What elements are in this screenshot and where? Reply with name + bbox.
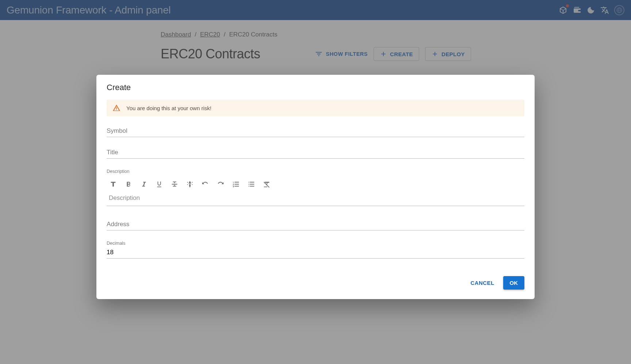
rte-clear-format-icon[interactable] xyxy=(262,180,271,189)
title-input[interactable] xyxy=(107,147,524,159)
description-field: Description Description xyxy=(107,169,524,206)
create-dialog: Create You are doing this at your own ri… xyxy=(96,75,535,299)
ok-button[interactable]: OK xyxy=(503,276,525,290)
address-field xyxy=(107,219,524,231)
rte-highlight-icon[interactable] xyxy=(186,180,194,189)
symbol-input[interactable] xyxy=(107,126,524,137)
dialog-title: Create xyxy=(96,83,535,100)
title-field xyxy=(107,147,524,159)
rte-list-ul-icon[interactable] xyxy=(247,180,256,189)
decimals-label: Decimals xyxy=(107,241,524,246)
rte-undo-icon[interactable] xyxy=(201,180,210,189)
rte-title-icon[interactable] xyxy=(109,180,118,189)
decimals-field: Decimals xyxy=(107,241,524,259)
warning-alert: You are doing this at your own risk! xyxy=(107,100,524,116)
warning-text: You are doing this at your own risk! xyxy=(126,105,211,111)
address-input[interactable] xyxy=(107,219,524,231)
cancel-button[interactable]: CANCEL xyxy=(466,276,500,290)
description-label: Description xyxy=(107,169,524,174)
decimals-input[interactable] xyxy=(107,247,524,259)
rte-italic-icon[interactable] xyxy=(139,180,148,189)
symbol-field xyxy=(107,126,524,137)
rte-redo-icon[interactable] xyxy=(216,180,225,189)
rte-list-ol-icon[interactable] xyxy=(232,180,240,189)
warning-icon xyxy=(112,104,121,112)
description-input[interactable]: Description xyxy=(107,193,524,206)
rte-bold-icon[interactable] xyxy=(124,180,133,189)
dialog-actions: CANCEL OK xyxy=(96,259,535,290)
rte-strike-icon[interactable] xyxy=(170,180,179,189)
rte-underline-icon[interactable] xyxy=(155,180,164,189)
rte-toolbar xyxy=(107,178,524,193)
